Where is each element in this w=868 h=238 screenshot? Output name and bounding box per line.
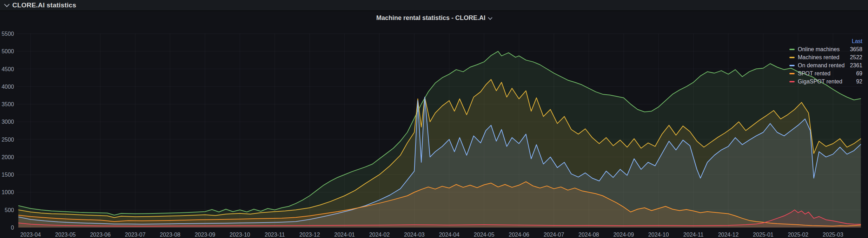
panel-menu-chevron-icon[interactable]	[488, 15, 492, 20]
x-axis-label: 2024-05	[474, 232, 495, 238]
y-axis-label: 0	[11, 225, 14, 231]
section-header[interactable]: CLORE.AI statistics	[0, 0, 868, 11]
legend-item[interactable]: Online machines3658	[789, 45, 862, 53]
series-last-value: 92	[856, 79, 862, 85]
series-color-marker-icon	[789, 57, 795, 58]
series-name: Online machines	[798, 46, 847, 53]
x-axis-label: 2024-03	[404, 232, 425, 238]
series-name: On demand rented	[798, 62, 847, 69]
chart-panel: Machine rental statistics - CLORE.AI 050…	[0, 11, 868, 238]
series-name: SPOT rented	[798, 70, 853, 77]
x-axis-label: 2024-04	[439, 232, 459, 238]
y-axis-label: 2500	[1, 137, 14, 143]
x-axis-label: 2023-09	[195, 232, 216, 238]
series-last-value: 69	[856, 70, 862, 77]
series-last-value: 2361	[850, 62, 862, 69]
x-axis-label: 2023-06	[90, 232, 111, 238]
y-axis-label: 500	[5, 207, 14, 213]
panel-header[interactable]: Machine rental statistics - CLORE.AI	[0, 14, 868, 22]
legend-item[interactable]: GigaSPOT rented92	[789, 77, 862, 86]
x-axis-label: 2024-12	[718, 232, 739, 238]
series-last-value: 2522	[850, 54, 862, 61]
x-axis-label: 2023-08	[160, 232, 180, 238]
y-axis-label: 2000	[1, 154, 14, 160]
legend-item[interactable]: SPOT rented69	[789, 69, 862, 77]
y-axis-label: 3500	[1, 101, 14, 107]
legend: Last Online machines3658Machines rented2…	[789, 38, 862, 86]
y-axis-label: 3000	[1, 119, 14, 125]
panel-title: Machine rental statistics - CLORE.AI	[376, 14, 485, 22]
series-last-value: 3658	[850, 46, 862, 53]
y-axis-label: 1500	[1, 172, 14, 178]
series-color-marker-icon	[789, 81, 795, 82]
legend-item[interactable]: On demand rented2361	[789, 61, 862, 69]
x-axis-label: 2024-07	[544, 232, 564, 238]
legend-item[interactable]: Machines rented2522	[789, 53, 862, 61]
y-axis-label: 4000	[1, 84, 14, 90]
y-axis-label: 5000	[1, 48, 14, 54]
series-name: GigaSPOT rented	[798, 79, 853, 85]
y-axis-label: 5500	[1, 31, 14, 37]
x-axis-label: 2023-11	[265, 232, 285, 238]
legend-rows: Online machines3658Machines rented2522On…	[789, 45, 862, 86]
series-name: Machines rented	[798, 54, 847, 61]
series-color-marker-icon	[789, 73, 795, 74]
x-axis-label: 2024-10	[648, 232, 669, 238]
x-axis-label: 2025-03	[823, 232, 843, 238]
y-axis-label: 4500	[1, 66, 14, 72]
y-axis-label: 1000	[1, 189, 14, 195]
legend-header-last[interactable]: Last	[789, 38, 862, 45]
x-axis-label: 2023-05	[55, 232, 76, 238]
x-axis-label: 2024-09	[613, 232, 634, 238]
x-axis-label: 2023-10	[230, 232, 250, 238]
dashboard: CLORE.AI statistics Machine rental stati…	[0, 0, 868, 238]
x-axis-label: 2025-01	[753, 232, 774, 238]
x-axis-label: 2024-08	[578, 232, 599, 238]
x-axis-label: 2023-04	[20, 232, 41, 238]
x-axis-label: 2024-01	[334, 232, 355, 238]
series-color-marker-icon	[789, 65, 795, 66]
series-color-marker-icon	[789, 49, 795, 50]
x-axis-label: 2024-02	[369, 232, 390, 238]
x-axis-label: 2024-06	[509, 232, 529, 238]
section-title: CLORE.AI statistics	[12, 1, 76, 9]
section-collapse-chevron-icon[interactable]	[4, 2, 10, 7]
x-axis-label: 2023-12	[299, 232, 320, 238]
chart-svg[interactable]: 0500100015002000250030003500400045005000…	[0, 11, 868, 238]
x-axis-label: 2024-11	[683, 232, 704, 238]
x-axis-label: 2025-02	[788, 232, 808, 238]
x-axis-label: 2023-07	[125, 232, 146, 238]
